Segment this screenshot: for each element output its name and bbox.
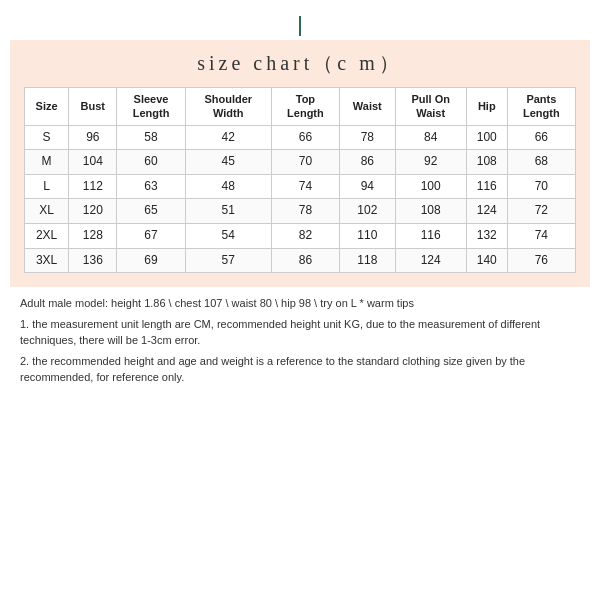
size-value: 108	[395, 199, 466, 224]
size-label: 3XL	[25, 248, 69, 273]
size-value: 140	[466, 248, 507, 273]
size-value: 136	[69, 248, 117, 273]
table-row: 3XL13669578611812414076	[25, 248, 576, 273]
size-value: 60	[117, 150, 185, 175]
size-value: 124	[395, 248, 466, 273]
size-value: 82	[271, 223, 339, 248]
size-value: 86	[340, 150, 396, 175]
size-table: SizeBustSleeveLengthShoulderWidthTopLeng…	[24, 87, 576, 273]
chart-title: size chart（c m）	[24, 50, 576, 77]
size-value: 132	[466, 223, 507, 248]
notes-section: Adult male model: height 1.86 \ chest 10…	[10, 295, 590, 390]
size-value: 116	[395, 223, 466, 248]
size-value: 118	[340, 248, 396, 273]
size-value: 74	[271, 174, 339, 199]
size-value: 120	[69, 199, 117, 224]
size-value: 78	[271, 199, 339, 224]
column-header: Pull OnWaist	[395, 88, 466, 126]
size-value: 58	[117, 125, 185, 150]
size-value: 78	[340, 125, 396, 150]
size-chart-container: size chart（c m） SizeBustSleeveLengthShou…	[10, 40, 590, 287]
size-value: 104	[69, 150, 117, 175]
column-header: Size	[25, 88, 69, 126]
size-value: 110	[340, 223, 396, 248]
size-value: 100	[466, 125, 507, 150]
table-row: S96584266788410066	[25, 125, 576, 150]
size-value: 66	[271, 125, 339, 150]
size-value: 66	[507, 125, 575, 150]
table-row: XL12065517810210812472	[25, 199, 576, 224]
size-label: L	[25, 174, 69, 199]
column-header: Hip	[466, 88, 507, 126]
size-value: 100	[395, 174, 466, 199]
column-header: PantsLength	[507, 88, 575, 126]
size-value: 54	[185, 223, 271, 248]
size-value: 70	[271, 150, 339, 175]
note-2: 2. the recommended height and age and we…	[20, 353, 580, 386]
size-value: 86	[271, 248, 339, 273]
size-value: 124	[466, 199, 507, 224]
size-value: 102	[340, 199, 396, 224]
size-value: 57	[185, 248, 271, 273]
size-value: 108	[466, 150, 507, 175]
size-value: 68	[507, 150, 575, 175]
table-row: M104604570869210868	[25, 150, 576, 175]
size-value: 67	[117, 223, 185, 248]
column-header: ShoulderWidth	[185, 88, 271, 126]
size-label: 2XL	[25, 223, 69, 248]
size-value: 69	[117, 248, 185, 273]
size-value: 96	[69, 125, 117, 150]
size-label: XL	[25, 199, 69, 224]
note-1: 1. the measurement unit length are CM, r…	[20, 316, 580, 349]
size-label: S	[25, 125, 69, 150]
table-row: L1126348749410011670	[25, 174, 576, 199]
size-value: 72	[507, 199, 575, 224]
size-value: 128	[69, 223, 117, 248]
size-value: 70	[507, 174, 575, 199]
decorative-line	[299, 16, 301, 36]
table-row: 2XL12867548211011613274	[25, 223, 576, 248]
size-value: 65	[117, 199, 185, 224]
model-note: Adult male model: height 1.86 \ chest 10…	[20, 295, 580, 312]
size-value: 74	[507, 223, 575, 248]
size-value: 116	[466, 174, 507, 199]
size-value: 94	[340, 174, 396, 199]
size-value: 45	[185, 150, 271, 175]
size-value: 76	[507, 248, 575, 273]
size-value: 112	[69, 174, 117, 199]
size-value: 51	[185, 199, 271, 224]
column-header: TopLength	[271, 88, 339, 126]
size-value: 42	[185, 125, 271, 150]
column-header: Waist	[340, 88, 396, 126]
column-header: SleeveLength	[117, 88, 185, 126]
size-value: 63	[117, 174, 185, 199]
size-value: 84	[395, 125, 466, 150]
size-value: 92	[395, 150, 466, 175]
size-value: 48	[185, 174, 271, 199]
column-header: Bust	[69, 88, 117, 126]
size-label: M	[25, 150, 69, 175]
table-header-row: SizeBustSleeveLengthShoulderWidthTopLeng…	[25, 88, 576, 126]
